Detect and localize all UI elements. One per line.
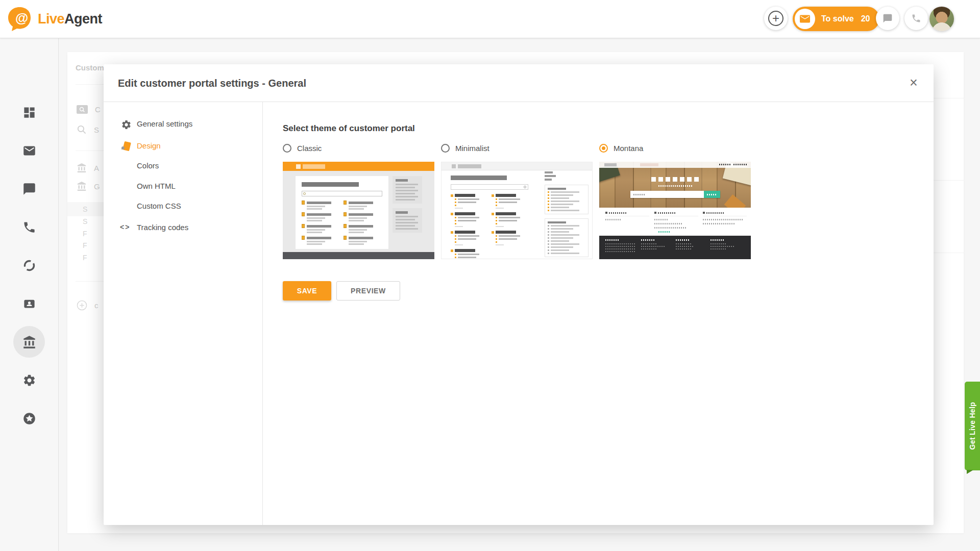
- menu-item-custom-css[interactable]: Custom CSS: [104, 200, 262, 214]
- minimalist-group: [492, 194, 532, 209]
- envelope-icon: [800, 15, 810, 23]
- save-button[interactable]: SAVE: [283, 281, 331, 300]
- logo-text: LiveAgent: [38, 11, 102, 27]
- theme-option-classic: Classic: [283, 142, 434, 154]
- to-solve-count: 20: [861, 14, 870, 23]
- close-icon[interactable]: ×: [905, 74, 922, 92]
- phone-icon[interactable]: [22, 220, 36, 234]
- select-theme-heading: Select theme of customer portal: [283, 123, 415, 134]
- plus-icon: +: [768, 11, 783, 26]
- theme-thumbnail-minimalist[interactable]: [441, 162, 593, 259]
- code-icon: <>: [120, 223, 130, 231]
- radio-circle[interactable]: [441, 144, 450, 153]
- radio-minimalist[interactable]: Minimalist: [441, 142, 593, 154]
- liveagent-app: Custom C S A G S S F F F c: [0, 0, 980, 551]
- theme-option-minimalist: Minimalist: [441, 142, 593, 154]
- radio-circle-checked[interactable]: [599, 144, 608, 153]
- chat-bubble-icon: [883, 13, 893, 23]
- classic-header-bar: [283, 162, 434, 171]
- chat-icon[interactable]: [22, 182, 36, 196]
- menu-item-tracking-codes[interactable]: <> Tracking codes: [104, 221, 262, 236]
- montana-footer: [599, 236, 751, 259]
- edit-portal-settings-modal: Edit customer portal settings - General …: [104, 64, 934, 525]
- minimalist-group: [451, 231, 492, 245]
- montana-categories: [599, 208, 751, 236]
- liveagent-logo: @ LiveAgent: [7, 6, 102, 32]
- gear-icon: [121, 119, 132, 130]
- minimalist-group: [451, 249, 492, 259]
- modal-actions: SAVE PREVIEW: [283, 281, 400, 300]
- preview-button[interactable]: PREVIEW: [336, 281, 400, 300]
- montana-search-button: [704, 191, 720, 198]
- gear-icon[interactable]: [22, 373, 36, 387]
- calls-button[interactable]: [904, 7, 928, 30]
- svg-text:@: @: [15, 10, 28, 26]
- mail-icon[interactable]: [22, 144, 36, 158]
- classic-list-item: [344, 224, 385, 233]
- montana-hero: [599, 162, 751, 208]
- get-live-help-tab[interactable]: Get Live Help: [965, 382, 980, 470]
- menu-item-colors[interactable]: Colors: [104, 160, 262, 174]
- menu-item-general-settings[interactable]: General settings: [104, 118, 262, 132]
- top-bar: @ LiveAgent + To solve 20: [0, 0, 980, 38]
- contacts-card-icon[interactable]: [22, 297, 36, 311]
- left-nav-rail: [0, 38, 59, 551]
- classic-list-item: [302, 236, 344, 245]
- modal-header: Edit customer portal settings - General …: [104, 64, 934, 102]
- minimalist-header-bar: [442, 162, 592, 170]
- get-live-help-label: Get Live Help: [968, 402, 976, 449]
- classic-list-item: [344, 201, 385, 210]
- design-icon: [121, 141, 132, 152]
- minimalist-group: [492, 212, 532, 227]
- user-avatar[interactable]: [929, 7, 954, 31]
- minimalist-sidebar: [545, 171, 589, 257]
- minimalist-group: [451, 194, 492, 209]
- menu-item-own-html[interactable]: Own HTML: [104, 180, 262, 194]
- montana-search-bar: [630, 191, 720, 198]
- dashboard-icon[interactable]: [22, 106, 36, 119]
- phone-icon: [911, 13, 921, 23]
- classic-list-item: [302, 201, 344, 210]
- to-solve-button[interactable]: To solve 20: [793, 7, 879, 31]
- star-badge-icon[interactable]: [22, 412, 36, 425]
- modal-content: Select theme of customer portal Classic …: [263, 102, 934, 525]
- radio-montana[interactable]: Montana: [599, 142, 751, 154]
- theme-option-montana: Montana: [599, 142, 751, 154]
- envelope-badge: [795, 9, 815, 29]
- menu-item-design[interactable]: Design: [104, 140, 262, 154]
- social-sync-icon[interactable]: [22, 259, 36, 272]
- minimalist-group: [451, 212, 492, 227]
- theme-thumbnail-classic[interactable]: [283, 162, 434, 259]
- modal-sidebar: General settings Design Colors Own HTML …: [104, 102, 263, 525]
- classic-footer-bar: [283, 252, 434, 259]
- theme-thumbnail-montana[interactable]: [599, 162, 751, 259]
- to-solve-label: To solve: [821, 14, 854, 23]
- classic-list-item: [344, 236, 385, 245]
- logo-bubble-icon: @: [7, 6, 34, 32]
- radio-circle[interactable]: [283, 144, 291, 153]
- classic-list-item: [302, 224, 344, 233]
- classic-sidebar: [393, 176, 422, 237]
- classic-list-item: [344, 212, 385, 221]
- classic-list-item: [302, 212, 344, 221]
- modal-title: Edit customer portal settings - General: [118, 64, 306, 102]
- radio-classic[interactable]: Classic: [283, 142, 434, 154]
- classic-main-panel: [296, 176, 388, 249]
- minimalist-group: [492, 231, 532, 245]
- chats-button[interactable]: [876, 7, 899, 30]
- add-new-button[interactable]: +: [764, 7, 788, 30]
- customer-portal-icon[interactable]: [22, 335, 36, 349]
